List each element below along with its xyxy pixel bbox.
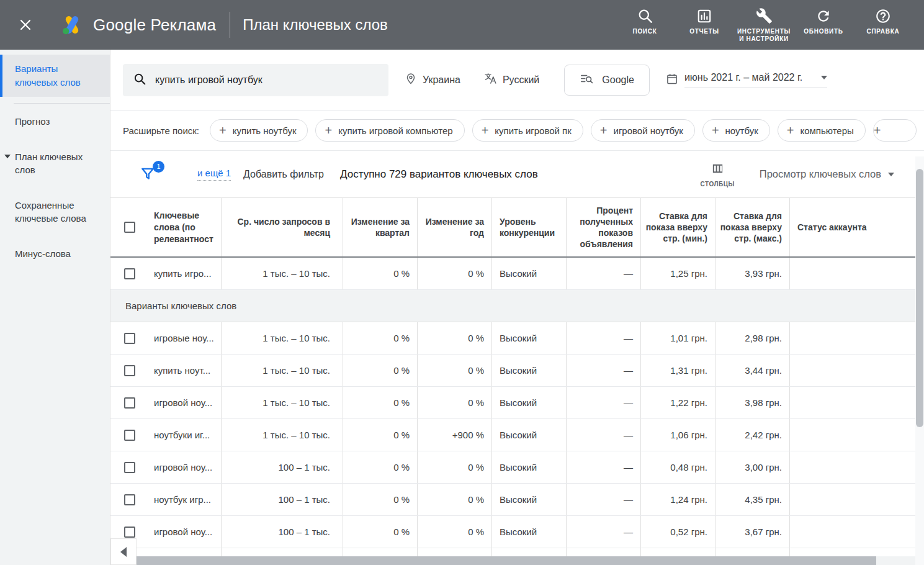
cell-quarter-change: 0 % <box>343 387 418 418</box>
cell-year-change: 0 % <box>418 516 492 548</box>
refresh-button[interactable]: ОБНОВИТЬ <box>794 7 853 35</box>
sidebar-item-forecast[interactable]: Прогноз <box>0 104 110 139</box>
col-header-quarter-change[interactable]: Изменение за квартал <box>343 198 418 256</box>
tools-settings-button-label: ИНСТРУМЕНТЫ И НАСТРОЙКИ <box>734 28 794 43</box>
expand-search-label: Расширьте поиск: <box>123 125 199 136</box>
cell-competition: Высокий <box>492 387 567 418</box>
row-checkbox[interactable] <box>124 527 135 538</box>
sidebar-item-keyword-plan[interactable]: План ключевых слов <box>0 139 110 188</box>
expand-search-chip[interactable]: + компьютеры <box>778 119 866 142</box>
help-button[interactable]: СПРАВКА <box>853 7 913 35</box>
plus-icon: + <box>482 124 489 137</box>
cell-quarter-change: 0 % <box>343 451 418 483</box>
table-row: игровой ноу... 100 – 1 тыс. 0 % 0 % Высо… <box>110 516 915 548</box>
expand-search-chip[interactable]: + ноутбук <box>702 119 770 142</box>
cell-account-status <box>790 419 915 451</box>
cell-keyword: игровой ноу... <box>149 451 222 483</box>
close-icon[interactable] <box>16 16 35 34</box>
search-button-label: ПОИСК <box>633 28 657 35</box>
location-selector[interactable]: Украина <box>405 73 460 88</box>
row-checkbox[interactable] <box>124 494 135 505</box>
wrench-icon <box>756 7 773 24</box>
cell-impression-share: — <box>567 258 641 289</box>
cell-year-change: 0 % <box>418 322 492 354</box>
filter-funnel-icon[interactable]: 1 <box>139 165 158 184</box>
expand-search-chip[interactable]: + купить ноутбук <box>210 119 308 142</box>
row-checkbox[interactable] <box>124 462 135 473</box>
bar-divider <box>230 12 230 38</box>
col-header-top-bid-max[interactable]: Ставка для показа вверху стр. (макс.) <box>715 198 790 256</box>
sidebar-item-keyword-ideas-label: Варианты ключевых слов <box>15 63 81 88</box>
columns-button[interactable]: СТОЛБЦЫ <box>701 161 735 188</box>
cell-avg-searches: 1 тыс. – 10 тыс. <box>222 258 343 289</box>
sidebar-item-negative-keywords[interactable]: Минус-слова <box>0 236 110 271</box>
row-checkbox-cell <box>110 387 149 418</box>
expand-search-chip[interactable]: + купить игровой компьютер <box>315 119 464 142</box>
col-header-avg-searches[interactable]: Ср. число запросов в месяц <box>222 198 343 256</box>
row-checkbox-cell <box>110 484 149 515</box>
sidebar-item-saved-keywords-label: Сохраненные ключевые слова <box>15 200 86 224</box>
refresh-icon <box>815 7 832 24</box>
plus-icon: + <box>219 124 227 137</box>
add-filter-button[interactable]: Добавить фильтр <box>243 169 324 180</box>
reports-button[interactable]: ОТЧЕТЫ <box>675 7 734 35</box>
expand-search-chip[interactable]: + купить игровой пк <box>472 119 583 142</box>
search-input[interactable]: купить игровой ноутбук <box>123 64 388 96</box>
cell-quarter-change: 0 % <box>343 355 418 386</box>
brand-title: Google Реклама <box>93 16 216 35</box>
row-checkbox[interactable] <box>124 268 135 279</box>
sidebar-item-keyword-ideas[interactable]: Варианты ключевых слов <box>0 55 110 97</box>
expand-search-chip[interactable]: + <box>873 119 917 142</box>
vertical-scrollbar-thumb[interactable] <box>916 169 923 427</box>
network-selector[interactable]: Google <box>564 65 650 96</box>
cell-impression-share: — <box>567 451 641 483</box>
horizontal-scrollbar-thumb[interactable] <box>137 556 876 565</box>
language-selector[interactable]: Русский <box>484 72 539 88</box>
search-button[interactable]: ПОИСК <box>615 7 675 35</box>
select-all-checkbox[interactable] <box>124 222 135 233</box>
cell-top-bid-max: 3,93 грн. <box>715 258 790 289</box>
row-checkbox[interactable] <box>124 397 135 409</box>
row-checkbox[interactable] <box>124 430 135 441</box>
translate-icon <box>484 72 497 88</box>
chip-label: купить ноутбук <box>233 125 297 136</box>
row-checkbox[interactable] <box>124 333 135 344</box>
arrow-left-icon <box>120 547 127 557</box>
chevron-down-icon <box>4 155 11 158</box>
search-icon <box>637 7 653 24</box>
cell-top-bid-max: 3,98 грн. <box>715 387 790 418</box>
search-input-value: купить игровой ноутбук <box>155 75 262 86</box>
calendar-icon <box>666 73 678 88</box>
keywords-table: Ключевые слова (по релевантност Ср. числ… <box>110 198 915 565</box>
cell-impression-share: — <box>567 419 641 451</box>
sidebar-item-saved-keywords[interactable]: Сохраненные ключевые слова <box>0 188 110 236</box>
view-selector[interactable]: Просмотр ключевых слов <box>760 168 894 180</box>
language-selector-value: Русский <box>503 75 539 86</box>
cell-account-status <box>790 451 915 483</box>
col-header-impression-share[interactable]: Процент полученных показов объявления <box>567 198 641 256</box>
scroll-left-button[interactable] <box>110 538 137 565</box>
expand-search-chip[interactable]: + игровой ноутбук <box>591 119 695 142</box>
cell-top-bid-min: 1,01 грн. <box>641 322 715 354</box>
cell-account-status <box>790 484 915 515</box>
chevron-down-icon <box>821 76 827 79</box>
cell-top-bid-max: 2,98 грн. <box>715 322 790 354</box>
chip-label: купить игровой компьютер <box>338 125 452 136</box>
horizontal-scrollbar[interactable] <box>137 556 915 565</box>
view-selector-value: Просмотр ключевых слов <box>760 168 881 180</box>
col-header-keywords[interactable]: Ключевые слова (по релевантност <box>149 198 222 256</box>
col-header-top-bid-min[interactable]: Ставка для показа вверху стр. (мин.) <box>641 198 715 256</box>
col-header-competition[interactable]: Уровень конкуренции <box>492 198 567 256</box>
col-header-account-status[interactable]: Статус аккаунта <box>790 198 915 256</box>
date-range-selector[interactable]: июнь 2021 г. – май 2022 г. <box>666 72 827 88</box>
reports-icon <box>696 7 712 24</box>
cell-top-bid-max: 3,00 грн. <box>715 451 790 483</box>
vertical-scrollbar[interactable] <box>915 156 924 565</box>
row-checkbox[interactable] <box>124 365 135 376</box>
cell-account-status <box>790 516 915 548</box>
more-filters-link[interactable]: и ещё 1 <box>197 168 231 181</box>
brand-google: Google <box>93 16 146 34</box>
col-header-year-change[interactable]: Изменение за год <box>418 198 492 256</box>
tools-settings-button[interactable]: ИНСТРУМЕНТЫ И НАСТРОЙКИ <box>734 7 794 43</box>
cell-quarter-change: 0 % <box>343 516 418 548</box>
